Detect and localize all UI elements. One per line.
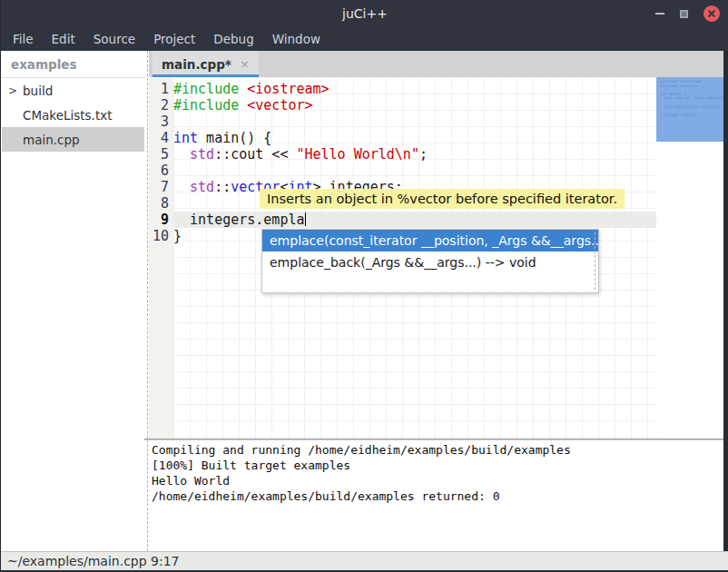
app-window: juCi++ FileEditSourceProjectDebugWindow … — [0, 0, 728, 572]
tree-item-cmakelists.txt[interactable]: CMakeLists.txt — [2, 103, 144, 127]
line-number: 1 — [149, 81, 173, 97]
code-token: std — [190, 146, 214, 163]
menu-item-debug[interactable]: Debug — [204, 27, 262, 51]
menubar: FileEditSourceProjectDebugWindow — [1, 27, 728, 51]
tab-main-cpp[interactable]: main.cpp* × — [152, 51, 259, 77]
code-token: <vector> — [247, 97, 312, 113]
code-line — [173, 163, 656, 179]
line-number: 5 — [149, 146, 173, 163]
completion-item[interactable]: emplace(const_iterator __position, _Args… — [262, 230, 598, 251]
code-token: integers.empla — [173, 212, 305, 228]
tree-item-label: main.cpp — [2, 133, 80, 147]
code-token: int — [173, 130, 198, 146]
code-token: #include — [173, 81, 239, 97]
code-line — [173, 113, 656, 130]
line-number: 4 — [149, 130, 173, 146]
file-tree: >buildCMakeLists.txtmain.cpp — [2, 78, 144, 152]
menu-item-source[interactable]: Source — [84, 27, 144, 51]
code-token: "Hello World\n" — [296, 146, 418, 163]
code-line: int main() { — [173, 130, 656, 146]
chevron-right-icon[interactable]: > — [8, 84, 21, 97]
menu-item-edit[interactable]: Edit — [43, 27, 84, 51]
code-token: :: — [214, 179, 231, 195]
restore-icon[interactable] — [680, 10, 688, 18]
line-number: 10 — [149, 228, 173, 244]
code-token — [173, 179, 190, 195]
code-line: integers.empla — [173, 212, 656, 228]
vertical-pane-splitter[interactable] — [145, 51, 148, 551]
code-token — [173, 146, 190, 163]
code-token: main() { — [198, 130, 271, 146]
code-line: std::cout << "Hello World\n"; — [173, 146, 656, 163]
popup-scrollbar[interactable] — [595, 232, 595, 290]
tabbar: main.cpp* × — [149, 51, 724, 77]
code-token: std — [190, 179, 214, 195]
project-name-header: examples — [2, 51, 144, 78]
minimap-viewport[interactable] — [656, 77, 724, 142]
tree-item-label: CMakeLists.txt — [2, 108, 113, 123]
code-token: #include — [173, 97, 239, 113]
line-number: 6 — [149, 163, 173, 179]
code-token: ::cout << — [214, 146, 296, 163]
line-number: 3 — [149, 113, 173, 130]
line-number: 9 — [149, 212, 173, 228]
horizontal-pane-splitter[interactable] — [144, 439, 728, 440]
code-token — [239, 97, 247, 113]
close-icon[interactable] — [703, 5, 720, 22]
line-number: 7 — [149, 179, 173, 195]
code-token: <iostream> — [247, 81, 329, 97]
doc-tooltip: Inserts an object in %vector before spec… — [260, 189, 625, 209]
code-line: #include <iostream> — [173, 81, 656, 97]
text-cursor — [305, 212, 306, 226]
minimize-icon[interactable] — [655, 13, 664, 15]
code-token: ; — [419, 146, 428, 163]
code-token — [239, 81, 247, 97]
tab-label: main.cpp* — [162, 57, 231, 72]
window-border-right — [723, 51, 728, 551]
window-title: juCi++ — [1, 0, 728, 27]
build-output-panel[interactable]: Compiling and running /home/eidheim/exam… — [149, 441, 725, 551]
autocomplete-popup: emplace(const_iterator __position, _Args… — [261, 229, 599, 293]
tree-item-build[interactable]: >build — [2, 78, 144, 103]
line-number: 8 — [149, 195, 173, 212]
menu-item-window[interactable]: Window — [263, 27, 330, 51]
line-number-gutter: 12345678910 — [149, 77, 173, 439]
statusbar: ~/examples/main.cpp 9:17 — [1, 551, 728, 570]
file-tree-panel: examples >buildCMakeLists.txtmain.cpp — [2, 51, 144, 551]
line-number: 2 — [149, 97, 173, 113]
code-token: } — [173, 228, 182, 244]
code-line: #include <vector> — [173, 97, 656, 113]
tree-item-main.cpp[interactable]: main.cpp — [2, 127, 144, 152]
completion-item[interactable]: emplace_back(_Args &&__args...) --> void — [262, 251, 598, 273]
window-controls — [655, 0, 720, 27]
menu-item-file[interactable]: File — [4, 27, 43, 51]
titlebar[interactable]: juCi++ — [1, 0, 728, 27]
menu-item-project[interactable]: Project — [144, 27, 204, 51]
tab-close-icon[interactable]: × — [240, 58, 250, 70]
minimap[interactable]: #include <iostream> #include <vector> in… — [656, 77, 724, 439]
